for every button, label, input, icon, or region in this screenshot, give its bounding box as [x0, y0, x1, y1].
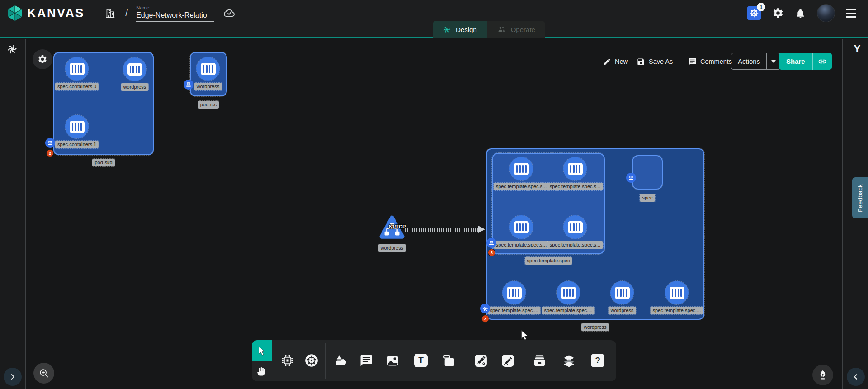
container-label: wordpress	[194, 83, 222, 90]
components-tool[interactable]	[278, 351, 297, 370]
text-icon: T	[414, 354, 428, 367]
layers-tool[interactable]	[559, 351, 579, 370]
container-node[interactable]: spec.template.spec.s...	[563, 157, 587, 180]
shapes-icon	[334, 354, 348, 367]
user-avatar[interactable]	[817, 4, 835, 22]
new-button[interactable]: New	[603, 53, 628, 70]
deployment-badge-icon[interactable]	[480, 304, 490, 313]
kanvas-logo-icon	[6, 5, 24, 22]
frame-icon	[442, 354, 456, 368]
container-node[interactable]: spec.template.spec.s...	[509, 215, 533, 239]
kubernetes-context-button[interactable]: 1	[747, 6, 761, 20]
pod-badge-icon[interactable]	[184, 80, 193, 90]
actions-label: Actions	[738, 57, 760, 65]
node-spec[interactable]	[632, 155, 663, 190]
pod-badge-icon[interactable]	[45, 138, 55, 148]
template-count-badge: 3	[488, 249, 495, 256]
mouse-cursor	[519, 329, 530, 340]
tab-operate-label: Operate	[511, 26, 535, 33]
container-node[interactable]: spec.template.spec....	[665, 281, 689, 304]
comments-button[interactable]: Comments	[688, 53, 732, 70]
breadcrumb-separator: /	[125, 7, 128, 19]
save-as-button[interactable]: Save As	[637, 53, 673, 70]
design-name-field[interactable]: Name Edge-Network-Relatio	[136, 5, 214, 22]
pen-mode-button[interactable]	[812, 365, 833, 385]
edge-service-to-deployment[interactable]	[405, 228, 479, 232]
container-node[interactable]: wordpress	[123, 57, 146, 81]
container-node[interactable]: spec.template.spec....	[557, 281, 580, 304]
help-tool[interactable]: ?	[588, 351, 608, 370]
container-label: spec.template.spec....	[542, 307, 595, 314]
gear-flower-icon	[38, 54, 47, 64]
share-split-button[interactable]: Share	[779, 53, 832, 70]
group-spec-template-spec[interactable]	[492, 153, 605, 254]
select-tool[interactable]	[252, 340, 272, 361]
pan-tool[interactable]	[252, 361, 272, 381]
tab-operate[interactable]: Operate	[487, 21, 545, 38]
canvas-context-toolbar-button[interactable]	[33, 49, 52, 69]
design-name-input[interactable]: Edge-Network-Relatio	[136, 11, 214, 22]
container-label: spec.template.spec.s...	[547, 183, 603, 190]
save-as-label: Save As	[649, 58, 673, 65]
container-node[interactable]: spec.containers.0	[65, 57, 89, 81]
save-floppy-icon	[637, 57, 645, 66]
container-icon	[514, 163, 529, 175]
comment-icon	[688, 57, 697, 66]
container-label: spec.template.spec.s...	[547, 241, 603, 249]
container-icon	[70, 63, 85, 75]
new-pencil-icon	[603, 57, 611, 66]
expand-left-panel-button[interactable]	[4, 368, 22, 386]
container-icon	[568, 163, 583, 175]
actions-split-button[interactable]: Actions	[731, 53, 781, 70]
feedback-label: Feedback	[857, 184, 863, 212]
text-tool[interactable]: T	[411, 351, 431, 370]
container-node[interactable]: spec.containers.1	[65, 115, 89, 138]
pen-nib-icon	[817, 369, 829, 381]
container-node[interactable]: wordpress	[196, 57, 220, 81]
comment-tool[interactable]	[356, 351, 376, 370]
organization-icon[interactable]	[104, 7, 116, 19]
bottom-tool-dock: T ?	[252, 340, 616, 381]
pod-skd-count-badge: 2	[46, 149, 54, 157]
cloud-saved-icon	[223, 7, 236, 19]
freehand-tool[interactable]	[498, 351, 518, 370]
notifications-bell-icon[interactable]	[795, 8, 806, 19]
pod-badge-icon[interactable]	[486, 238, 496, 248]
kubernetes-context-badge: 1	[757, 3, 765, 11]
hamburger-menu-icon[interactable]	[846, 9, 856, 18]
kubernetes-wheel-icon	[304, 353, 319, 368]
container-icon	[127, 63, 142, 76]
kubernetes-components-tool[interactable]	[302, 351, 321, 370]
media-tool[interactable]	[382, 351, 402, 370]
shapes-tool[interactable]	[331, 351, 351, 370]
link-icon	[818, 57, 827, 66]
feedback-tab[interactable]: Feedback	[852, 177, 868, 218]
tab-design-label: Design	[456, 26, 477, 33]
zoom-button[interactable]	[33, 363, 54, 384]
copy-link-button[interactable]	[812, 53, 832, 70]
container-node[interactable]: spec.template.spec.s...	[509, 157, 533, 180]
layers-icon	[562, 354, 576, 368]
container-label: wordpress	[121, 83, 149, 91]
container-node[interactable]: spec.template.spec....	[502, 281, 526, 304]
kanvas-logo[interactable]: KANVAS	[6, 5, 85, 22]
left-rail	[0, 39, 26, 389]
actions-dropdown-toggle[interactable]	[766, 53, 780, 69]
pen-tool[interactable]	[471, 351, 491, 370]
tab-design[interactable]: Design	[433, 21, 487, 38]
settings-gear-icon[interactable]	[772, 7, 784, 19]
chevron-left-icon	[851, 372, 860, 381]
pod-badge-icon[interactable]	[626, 173, 636, 183]
container-label: spec.containers.1	[55, 141, 99, 148]
comment-bubble-icon	[359, 354, 373, 367]
meshery-swirl-icon[interactable]	[6, 43, 18, 55]
container-icon	[70, 121, 85, 133]
frame-tool[interactable]	[439, 351, 459, 370]
drawer-tool[interactable]	[529, 351, 549, 370]
chevron-right-icon	[8, 372, 17, 381]
container-node[interactable]: wordpress	[610, 281, 634, 304]
container-node[interactable]: spec.template.spec.s...	[563, 215, 587, 239]
collapse-right-panel-button[interactable]	[847, 368, 865, 386]
container-icon	[514, 221, 529, 233]
image-icon	[386, 354, 400, 368]
